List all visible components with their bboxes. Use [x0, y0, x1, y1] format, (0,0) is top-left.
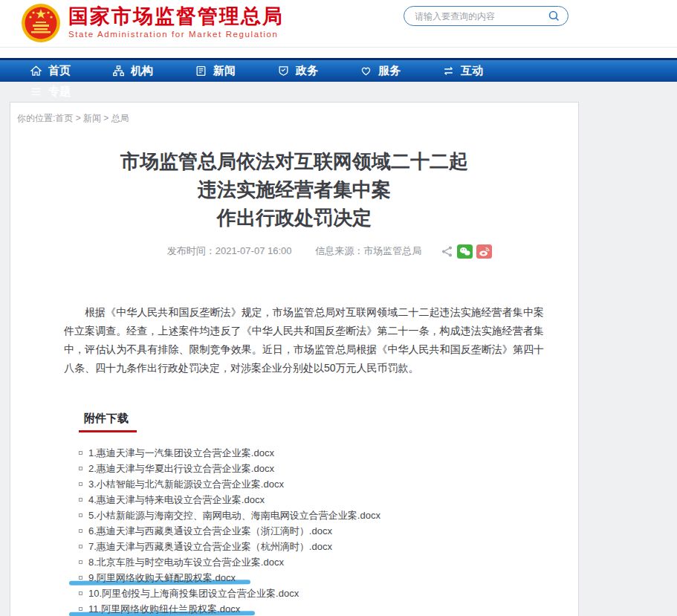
attachment-link[interactable]: 5.小桔新能源与海南交控、南网电动、海南电网设立合营企业案.docx	[88, 509, 380, 522]
attachments-section: 附件下载	[84, 412, 578, 432]
attachment-item: 8.北京车胜与时空电动车设立合营企业案.docx	[79, 554, 578, 570]
search-box	[404, 6, 569, 26]
nav-item-orgs[interactable]: 机构	[112, 64, 153, 78]
article-title-line-1: 市场监管总局依法对互联网领域二十二起	[10, 147, 578, 175]
home-icon	[30, 65, 42, 77]
attachment-item: 2.惠迪天津与华夏出行设立合营企业案.docx	[79, 461, 578, 476]
weibo-icon[interactable]	[476, 244, 492, 259]
nav-label: 新闻	[213, 64, 236, 78]
attachment-bullet	[79, 467, 82, 470]
nav-label: 互动	[461, 64, 483, 78]
list-icon	[30, 85, 42, 98]
nav-item-topics[interactable]: 专题	[30, 85, 71, 99]
site-brand: 国家市场监督管理总局 State Administration for Mark…	[68, 5, 284, 39]
attachments-list: 1.惠迪天津与一汽集团设立合营企业案.docx2.惠迪天津与华夏出行设立合营企业…	[79, 445, 578, 616]
nav-label: 政务	[296, 64, 318, 78]
article-meta: 发布时间：2021-07-07 16:00 信息来源：市场监管总局	[10, 244, 578, 261]
attachment-item: 4.惠迪天津与特来电设立合营企业案.docx	[79, 492, 578, 508]
national-emblem-logo	[21, 2, 61, 44]
attachment-link[interactable]: 1.惠迪天津与一汽集团设立合营企业案.docx	[88, 447, 274, 460]
attachment-link[interactable]: 8.北京车胜与时空电动车设立合营企业案.docx	[88, 556, 284, 569]
attachment-bullet	[79, 576, 82, 580]
attachment-item: 3.小桔智能与北汽新能源设立合营企业案.docx	[79, 476, 578, 492]
attachment-bullet	[79, 560, 82, 564]
info-source-label: 信息来源：	[315, 245, 363, 256]
nav-item-news[interactable]: 新闻	[195, 64, 236, 78]
header-divider	[0, 47, 677, 48]
nav-item-home[interactable]: 首页	[30, 64, 71, 78]
site-subtitle: State Administration for Market Regulati…	[68, 30, 284, 39]
wechat-icon[interactable]	[457, 244, 473, 259]
attachment-item: 1.惠迪天津与一汽集团设立合营企业案.docx	[79, 445, 578, 461]
nav-item-services[interactable]: 服务	[360, 64, 401, 78]
breadcrumb[interactable]: 你的位置:首页 > 新闻 > 总局	[10, 103, 578, 125]
attachment-link[interactable]: 10.阿里创投与上海商投集团设立合营企业案.docx	[88, 587, 299, 600]
attachment-bullet	[79, 498, 82, 502]
nav-item-interact[interactable]: 互动	[442, 64, 483, 78]
gov-badge-icon	[277, 65, 290, 77]
publish-time-label: 发布时间：	[167, 245, 216, 256]
nav-label: 专题	[48, 85, 71, 99]
heading-red-underline	[79, 430, 137, 432]
exchange-arrows-icon	[442, 65, 455, 77]
heart-icon	[360, 65, 372, 77]
attachment-link[interactable]: 11.阿里网络收购纽仕兰股权案.docx	[88, 603, 240, 616]
nav-item-gov[interactable]: 政务	[277, 64, 318, 78]
attachment-bullet	[79, 591, 82, 595]
attachments-heading: 附件下载	[84, 412, 129, 426]
attachment-link[interactable]: 7.惠迪天津与西藏奥通设立合营企业案（杭州滴时）.docx	[88, 540, 332, 554]
attachment-item: 9.阿里网络收购天鲜配股权案.docx	[79, 570, 578, 586]
attachment-link[interactable]: 9.阿里网络收购天鲜配股权案.docx	[88, 571, 236, 585]
main-nav: 首页 机构 新闻 政务 服务	[0, 58, 677, 82]
search-input[interactable]	[415, 11, 548, 22]
publish-time-value: 2021-07-07 16:00	[216, 245, 292, 256]
site-header: 国家市场监督管理总局 State Administration for Mark…	[0, 0, 677, 58]
info-source-value: 市场监管总局	[363, 245, 421, 256]
share-nodes-icon[interactable]	[441, 245, 453, 258]
attachment-link[interactable]: 4.惠迪天津与特来电设立合营企业案.docx	[88, 493, 265, 507]
attachment-bullet	[79, 513, 82, 517]
attachment-bullet	[79, 529, 82, 533]
attachment-item: 11.阿里网络收购纽仕兰股权案.docx	[79, 601, 578, 616]
content-panel: 你的位置:首页 > 新闻 > 总局 市场监管总局依法对互联网领域二十二起 违法实…	[10, 102, 579, 616]
attachment-bullet	[79, 607, 82, 611]
article-title-line-3: 作出行政处罚决定	[10, 204, 578, 232]
attachment-item: 6.惠迪天津与西藏奥通设立合营企业案（浙江滴时）.docx	[79, 523, 578, 539]
nav-label: 首页	[48, 64, 71, 78]
org-chart-icon	[112, 65, 125, 77]
attachment-bullet	[79, 482, 82, 486]
attachment-link[interactable]: 3.小桔智能与北汽新能源设立合营企业案.docx	[88, 478, 284, 491]
attachment-link[interactable]: 2.惠迪天津与华夏出行设立合营企业案.docx	[88, 462, 274, 476]
attachment-item: 10.阿里创投与上海商投集团设立合营企业案.docx	[79, 586, 578, 601]
nav-label: 机构	[131, 64, 153, 78]
nav-label: 服务	[378, 64, 401, 78]
article-title-line-2: 违法实施经营者集中案	[10, 175, 578, 204]
attachment-bullet	[79, 545, 82, 548]
news-icon	[195, 65, 207, 77]
article-title: 市场监管总局依法对互联网领域二十二起 违法实施经营者集中案 作出行政处罚决定	[10, 147, 578, 232]
share-bar	[441, 244, 492, 259]
attachment-bullet	[79, 451, 82, 455]
search-icon[interactable]	[548, 10, 560, 22]
info-source: 信息来源：市场监管总局	[315, 245, 421, 256]
attachment-item: 7.惠迪天津与西藏奥通设立合营企业案（杭州滴时）.docx	[79, 539, 578, 554]
publish-time: 发布时间：2021-07-07 16:00	[167, 245, 292, 256]
attachment-link[interactable]: 6.惠迪天津与西藏奥通设立合营企业案（浙江滴时）.docx	[88, 525, 332, 538]
attachment-item: 5.小桔新能源与海南交控、南网电动、海南电网设立合营企业案.docx	[79, 508, 578, 523]
site-title: 国家市场监督管理总局	[68, 5, 284, 27]
article-body: 根据《中华人民共和国反垄断法》规定，市场监管总局对互联网领域二十二起违法实施经营…	[64, 303, 544, 377]
